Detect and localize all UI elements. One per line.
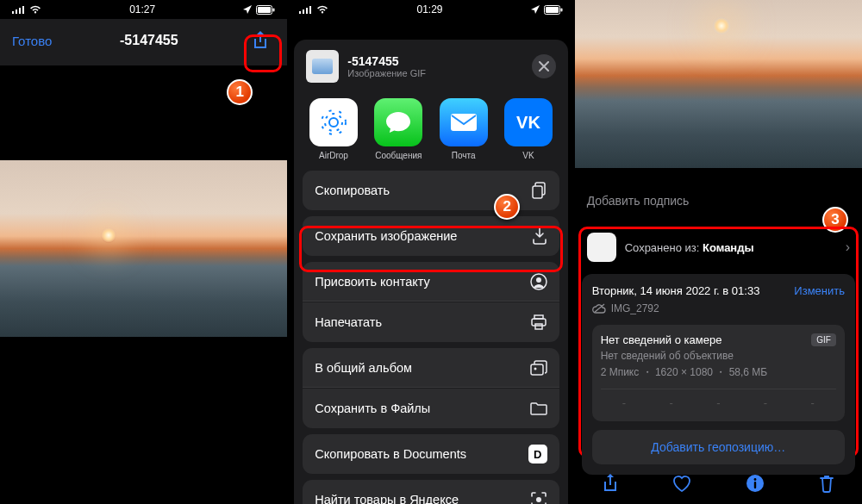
svg-rect-3 [22,6,24,14]
metadata-box: Вторник, 14 июня 2022 г. в 01:33 Изменит… [582,274,855,475]
wifi-icon [29,5,41,14]
image-stats: 2 Мпикс ・ 1620 × 1080 ・ 58,6 МБ [601,365,836,380]
status-bar: 01:27 [0,0,287,19]
edit-date-button[interactable]: Изменить [794,284,845,297]
print-icon [530,314,547,330]
app-mail[interactable]: Почта [436,98,490,160]
camera-title: Нет сведений о камере [601,333,722,346]
cloud-off-icon [592,303,606,314]
airdrop-icon [319,108,348,137]
svg-rect-2 [19,8,21,14]
svg-rect-24 [535,324,542,329]
battery-icon [256,5,275,15]
action-save-files[interactable]: Сохранить в Файлы [303,389,559,428]
saved-from-prefix: Сохранено из: [625,241,700,254]
svg-rect-7 [299,11,301,14]
mail-icon [449,112,478,133]
action-label: В общий альбом [315,361,412,375]
svg-rect-19 [533,186,542,198]
svg-point-15 [325,114,342,131]
location-icon [531,5,540,14]
panel-1-preview: 01:27 Готово -5147455 1 [0,0,287,504]
app-label: Сообщения [372,151,426,160]
step-badge-1: 1 [227,79,253,105]
panel-3-info: Добавить подпись 3 Сохранено из: Команды… [575,0,862,504]
action-label: Скопировать в Documents [315,447,466,461]
app-vk[interactable]: VK VK [501,98,555,160]
capture-date: Вторник, 14 июня 2022 г. в 01:33 [592,284,760,297]
action-label: Напечатать [315,315,382,329]
actions-list: Скопировать Сохранить изображение Присво… [294,171,567,504]
close-button[interactable] [532,54,556,78]
app-label: Почта [436,151,490,160]
svg-point-14 [329,118,338,127]
chevron-right-icon: › [846,240,850,255]
svg-rect-1 [16,9,17,14]
saved-from-row[interactable]: Сохранено из: Команды › [582,224,855,274]
caption-field[interactable]: Добавить подпись [587,194,850,208]
format-badge: GIF [811,333,836,346]
app-label: AirDrop [306,151,360,160]
messages-icon [384,109,412,135]
svg-rect-10 [309,6,311,14]
share-file-kind: Изображение GIF [347,68,426,78]
saved-from-app: Команды [703,241,754,254]
svg-point-21 [536,277,541,283]
status-time: 01:29 [416,3,442,16]
add-location-button[interactable]: Добавить геопозицию… [592,430,845,464]
app-airdrop[interactable]: AirDrop [306,98,360,160]
svg-rect-0 [12,11,14,14]
location-icon [243,5,252,14]
panel-2-share-sheet: 01:29 -5147455 Изображение GIF [287,0,574,504]
action-label: Сохранить в Файлы [315,401,430,415]
action-label: Присвоить контакту [315,275,429,289]
trash-icon[interactable] [818,474,835,493]
camera-info-box: Нет сведений о камере GIF Нет сведений о… [592,325,845,421]
file-thumbnail [306,50,339,83]
wifi-icon [316,5,328,14]
signal-icon [12,5,25,14]
lens-info: Нет сведений об объективе [601,350,836,362]
exif-row: ----- [601,389,836,413]
share-icon[interactable] [602,473,619,494]
done-button[interactable]: Готово [12,34,52,48]
copy-icon [532,182,547,199]
app-label: VK [501,151,555,160]
action-shared-album[interactable]: В общий альбом [303,348,559,388]
close-icon [539,61,549,72]
svg-rect-12 [546,7,559,13]
svg-rect-31 [754,482,756,488]
svg-rect-25 [531,364,543,375]
action-label: Найти товары в Яндексе [315,493,459,504]
highlight-2 [299,226,562,272]
shared-album-icon [530,360,547,376]
file-title: -5147455 [120,33,178,48]
svg-rect-13 [560,8,562,11]
app-messages[interactable]: Сообщения [372,98,426,160]
svg-rect-8 [303,9,304,14]
svg-rect-23 [532,319,546,326]
image-preview[interactable] [575,0,862,168]
status-time: 01:27 [129,3,155,16]
share-apps-row: AirDrop Сообщения Почта VK VK [294,93,567,171]
action-yandex-search[interactable]: Найти товары в Яндексе [303,480,559,504]
status-bar: 01:29 [287,0,574,19]
folder-icon [530,401,547,415]
svg-line-28 [594,304,604,313]
info-icon[interactable] [746,474,765,493]
svg-rect-6 [273,8,275,11]
svg-point-27 [536,497,541,502]
filename: IMG_2792 [611,302,659,314]
heart-icon[interactable] [671,474,692,493]
svg-rect-5 [258,7,271,13]
vk-icon: VK [516,113,540,133]
svg-point-26 [534,367,536,370]
action-copy-documents[interactable]: Скопировать в Documents D [303,434,559,474]
share-sheet-header: -5147455 Изображение GIF [294,40,567,93]
contact-icon [530,273,547,290]
share-file-name: -5147455 [347,54,426,68]
image-preview[interactable] [0,160,287,337]
photo-toolbar [575,463,862,504]
action-print[interactable]: Напечатать [303,302,559,342]
action-copy[interactable]: Скопировать [303,171,559,210]
